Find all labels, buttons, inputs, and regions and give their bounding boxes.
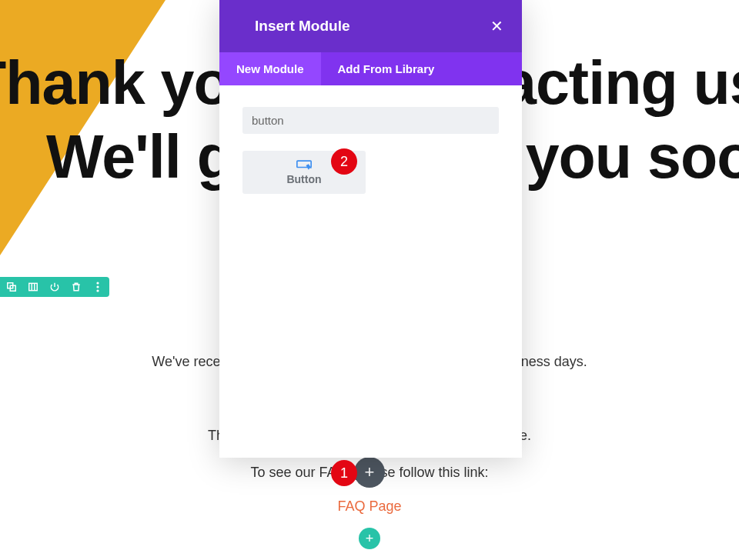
layers-icon[interactable] <box>5 280 18 294</box>
close-icon[interactable]: ✕ <box>490 17 503 35</box>
annotation-badge-2: 2 <box>331 148 357 175</box>
section-toolbar[interactable] <box>0 277 109 297</box>
svg-rect-1 <box>29 283 38 290</box>
button-module-icon <box>296 160 312 171</box>
columns-icon[interactable] <box>26 280 40 294</box>
more-icon[interactable] <box>91 280 105 294</box>
svg-point-2 <box>96 282 99 284</box>
modal-tabs: New Module Add From Library <box>219 52 522 85</box>
tab-add-from-library[interactable]: Add From Library <box>321 52 452 85</box>
tab-new-module[interactable]: New Module <box>219 52 321 85</box>
module-search-input[interactable] <box>242 107 499 134</box>
svg-point-3 <box>96 285 99 288</box>
module-button-label: Button <box>286 173 321 185</box>
modal-title: Insert Module <box>255 18 350 35</box>
module-grid: Button <box>242 151 499 194</box>
annotation-badge-1: 1 <box>331 460 357 486</box>
power-icon[interactable] <box>48 280 62 294</box>
insert-module-modal: Insert Module ✕ New Module Add From Libr… <box>219 0 522 458</box>
modal-body: Button <box>219 85 522 458</box>
trash-icon[interactable] <box>69 280 83 294</box>
faq-link[interactable]: FAQ Page <box>0 498 739 515</box>
add-module-fab[interactable]: + <box>354 457 385 488</box>
modal-header: Insert Module ✕ <box>219 0 522 52</box>
svg-point-4 <box>96 289 99 292</box>
add-row-fab[interactable]: + <box>359 528 380 549</box>
